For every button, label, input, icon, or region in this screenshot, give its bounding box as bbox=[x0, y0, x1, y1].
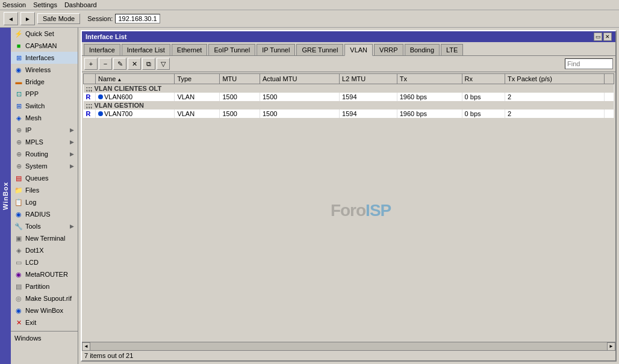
sidebar-label-bridge: Bridge bbox=[25, 78, 45, 85]
safe-mode-button[interactable]: Safe Mode bbox=[37, 13, 80, 24]
tab-gre-tunnel[interactable]: GRE Tunnel bbox=[296, 44, 343, 55]
menu-dashboard[interactable]: Dashboard bbox=[64, 1, 97, 8]
session-ip: 192.168.30.1 bbox=[115, 14, 160, 23]
routing-arrow: ▶ bbox=[70, 151, 74, 157]
row-tx-vlan600: 1960 bps bbox=[397, 93, 462, 101]
sidebar-item-quickset[interactable]: ⚡ Quick Set bbox=[11, 28, 78, 40]
tab-bonding[interactable]: Bonding bbox=[405, 44, 440, 55]
sidebar-label-radius: RADIUS bbox=[25, 211, 51, 218]
add-button[interactable]: + bbox=[84, 58, 98, 70]
quickset-icon: ⚡ bbox=[14, 29, 23, 38]
tab-ip-tunnel[interactable]: IP Tunnel bbox=[257, 44, 295, 55]
sidebar-item-partition[interactable]: ▤ Partition bbox=[11, 280, 78, 292]
col-tx[interactable]: Tx bbox=[397, 74, 462, 84]
window-resize-button[interactable]: ▭ bbox=[594, 32, 602, 41]
sidebar-item-mpls[interactable]: ⊕ MPLS ▶ bbox=[11, 136, 78, 148]
col-rx[interactable]: Rx bbox=[462, 74, 505, 84]
sidebar-item-new-terminal[interactable]: ▣ New Terminal bbox=[11, 232, 78, 244]
section-label-gestion: ;;; VLAN GESTION bbox=[84, 101, 614, 110]
sidebar-item-wireless[interactable]: ◉ Wireless bbox=[11, 64, 78, 76]
sidebar-item-radius[interactable]: ◉ RADIUS bbox=[11, 208, 78, 220]
app-toolbar: ◄ ► Safe Mode Session: 192.168.30.1 bbox=[0, 10, 619, 28]
sidebar-label-make-supout: Make Supout.rif bbox=[25, 295, 72, 302]
menu-bar: Session Settings Dashboard bbox=[0, 0, 619, 10]
sidebar-item-windows[interactable]: Windows bbox=[11, 333, 78, 344]
col-actual-mtu[interactable]: Actual MTU bbox=[260, 74, 339, 84]
table-row[interactable]: R VLAN600 VLAN 1500 1500 bbox=[84, 93, 614, 101]
tab-lte[interactable]: LTE bbox=[441, 44, 463, 55]
mpls-icon: ⊕ bbox=[14, 138, 23, 146]
sidebar-item-make-supout[interactable]: ◎ Make Supout.rif bbox=[11, 292, 78, 304]
window-title-controls: ▭ ✕ bbox=[594, 32, 612, 41]
delete-button[interactable]: ✕ bbox=[128, 58, 141, 70]
scroll-left-button[interactable]: ◄ bbox=[82, 342, 90, 351]
col-tx-packet[interactable]: Tx Packet (p/s) bbox=[505, 74, 605, 84]
tab-vrrp[interactable]: VRRP bbox=[374, 44, 403, 55]
system-arrow: ▶ bbox=[70, 163, 74, 169]
sidebar-label-routing: Routing bbox=[25, 150, 48, 158]
sidebar-item-dot1x[interactable]: ◈ Dot1X bbox=[11, 244, 78, 256]
vlan600-icon: VLAN600 bbox=[98, 93, 132, 100]
sidebar-item-system[interactable]: ⊕ System ▶ bbox=[11, 160, 78, 172]
row-actual-mtu-vlan600: 1500 bbox=[260, 93, 339, 101]
menu-session[interactable]: Session bbox=[2, 1, 26, 8]
make-supout-icon: ◎ bbox=[14, 294, 23, 303]
sidebar-item-metarouter[interactable]: ◉ MetaROUTER bbox=[11, 268, 78, 280]
back-button[interactable]: ◄ bbox=[4, 12, 18, 25]
sidebar-item-queues[interactable]: ▤ Queues bbox=[11, 172, 78, 184]
tab-interface-list[interactable]: Interface List bbox=[122, 44, 170, 55]
sidebar-items: ⚡ Quick Set ■ CAPsMAN ⊞ Interfaces ◉ Wir… bbox=[11, 28, 78, 364]
sidebar-label-wireless: Wireless bbox=[25, 66, 51, 73]
row-tx-vlan700: 1960 bps bbox=[397, 110, 462, 118]
find-input[interactable] bbox=[565, 58, 613, 69]
sidebar-item-log[interactable]: 📋 Log bbox=[11, 196, 78, 208]
scroll-track[interactable] bbox=[90, 342, 607, 351]
sidebar-label-interfaces: Interfaces bbox=[25, 54, 54, 61]
sidebar-item-lcd[interactable]: ▭ LCD bbox=[11, 256, 78, 268]
tab-eoip-tunnel[interactable]: EoIP Tunnel bbox=[208, 44, 255, 55]
sidebar-item-routing[interactable]: ⊕ Routing ▶ bbox=[11, 148, 78, 160]
row-rx-vlan700: 0 bps bbox=[462, 110, 505, 118]
tab-vlan[interactable]: VLAN bbox=[344, 44, 373, 56]
col-flag[interactable] bbox=[84, 74, 96, 84]
vlan-table: Name Type MTU Actual MTU L2 MTU Tx Rx Tx… bbox=[83, 73, 614, 118]
lcd-icon: ▭ bbox=[14, 258, 23, 267]
col-extra[interactable] bbox=[605, 74, 614, 84]
interface-window: Interface List ▭ ✕ Interface Interface L… bbox=[81, 30, 617, 362]
sidebar-label-exit: Exit bbox=[25, 319, 36, 326]
copy-button[interactable]: ⧉ bbox=[142, 58, 155, 70]
sidebar-item-new-winbox[interactable]: ◉ New WinBox bbox=[11, 304, 78, 316]
scroll-right-button[interactable]: ► bbox=[607, 342, 615, 351]
winbox-label: WinBox bbox=[0, 28, 11, 364]
sidebar-item-exit[interactable]: ✕ Exit bbox=[11, 316, 78, 329]
sidebar-item-interfaces[interactable]: ⊞ Interfaces bbox=[11, 52, 78, 64]
radius-icon: ◉ bbox=[14, 210, 23, 218]
tab-interface[interactable]: Interface bbox=[84, 44, 120, 55]
remove-button[interactable]: − bbox=[99, 58, 112, 70]
sidebar-item-capsman[interactable]: ■ CAPsMAN bbox=[11, 40, 78, 52]
sidebar-item-bridge[interactable]: ▬ Bridge bbox=[11, 76, 78, 88]
row-txpacket-vlan700: 2 bbox=[505, 110, 605, 118]
col-type[interactable]: Type bbox=[175, 74, 220, 84]
filter-button[interactable]: ▽ bbox=[157, 58, 170, 70]
sidebar-item-switch[interactable]: ⊞ Switch bbox=[11, 100, 78, 112]
session-label: Session: bbox=[87, 15, 113, 22]
watermark-isp: ISP bbox=[365, 201, 391, 220]
col-l2-mtu[interactable]: L2 MTU bbox=[340, 74, 397, 84]
sidebar-item-ppp[interactable]: ⊡ PPP bbox=[11, 88, 78, 100]
sidebar-item-files[interactable]: 📁 Files bbox=[11, 184, 78, 196]
forward-button[interactable]: ► bbox=[20, 12, 35, 25]
sidebar-item-ip[interactable]: ⊕ IP ▶ bbox=[11, 124, 78, 136]
tools-arrow: ▶ bbox=[70, 223, 74, 229]
sidebar-item-tools[interactable]: 🔧 Tools ▶ bbox=[11, 220, 78, 232]
table-row[interactable]: R VLAN700 VLAN 1500 1500 bbox=[84, 110, 614, 118]
col-name[interactable]: Name bbox=[96, 74, 175, 84]
window-close-button[interactable]: ✕ bbox=[603, 32, 612, 41]
col-mtu[interactable]: MTU bbox=[220, 74, 260, 84]
sidebar-item-mesh[interactable]: ◈ Mesh bbox=[11, 112, 78, 124]
status-text: 7 items out of 21 bbox=[84, 352, 133, 359]
bridge-icon: ▬ bbox=[14, 78, 23, 86]
tab-ethernet[interactable]: Ethernet bbox=[172, 44, 208, 55]
menu-settings[interactable]: Settings bbox=[33, 1, 57, 8]
edit-button[interactable]: ✎ bbox=[113, 58, 126, 70]
